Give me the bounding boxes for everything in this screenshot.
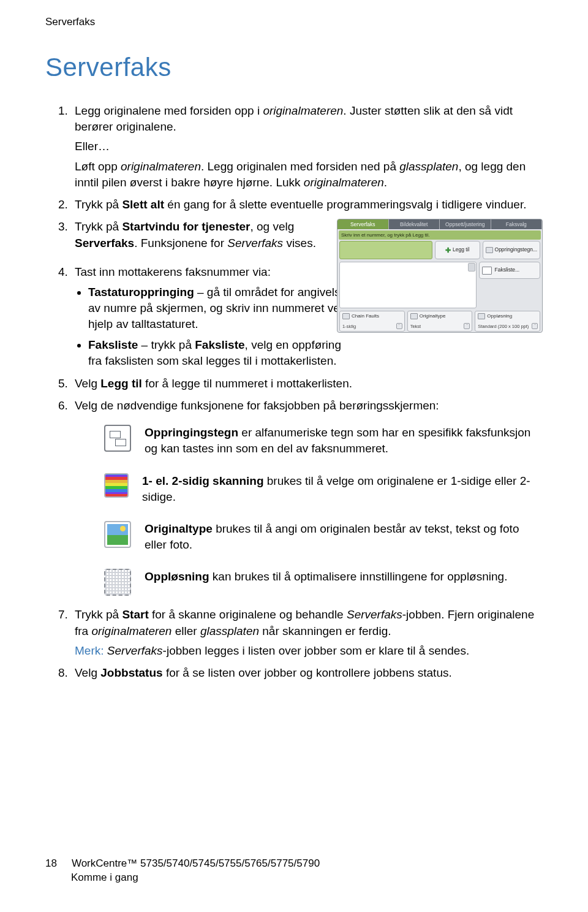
opt-sides[interactable]: Chain Faults 1-sidig ˄ [339, 311, 405, 332]
dialchar-feature-icon [104, 425, 131, 452]
scroll-thumb[interactable] [468, 263, 475, 272]
opt-resolution[interactable]: Oppløsning Standard (200 x 100 ppt) ˄ [475, 311, 540, 332]
step-6: Velg de nødvendige funksjonene for faksj… [71, 398, 543, 596]
faxlist-icon [482, 267, 492, 275]
chevron-up-icon: ˄ [532, 323, 538, 329]
recipient-list[interactable] [339, 262, 477, 308]
feature-block: Oppringingstegn er alfanumeriske tegn so… [104, 425, 543, 596]
step-4: Tast inn mottakerens faksnummer via: Tas… [71, 264, 356, 369]
feature-sidig: 1- el. 2-sidig skanning brukes til å vel… [104, 473, 543, 505]
tab-bildekvalitet[interactable]: Bildekvalitet [389, 219, 440, 229]
origtype-feature-icon [104, 521, 131, 548]
page-title: Serverfaks [45, 53, 543, 82]
faksliste-button[interactable]: Faksliste... [479, 262, 540, 279]
number-input[interactable] [339, 241, 432, 259]
step-7: Trykk på Start for å skanne originalene … [71, 607, 543, 659]
running-header: Serverfaks [45, 16, 543, 28]
opt-originaltype[interactable]: Originaltype Tekst ˄ [407, 311, 473, 332]
page-number: 18 [45, 857, 57, 871]
plus-icon: ✚ [445, 246, 451, 255]
bullet-faksliste: Faksliste – trykk på Faksliste, velg en … [88, 337, 356, 369]
step-8: Velg Jobbstatus for å se listen over job… [71, 665, 543, 681]
page-footer: 18WorkCentre™ 5735/5740/5745/5755/5765/5… [45, 857, 320, 885]
oppringingstegn-button[interactable]: Oppringingstegn... [483, 241, 540, 259]
feature-originaltype: Originaltype brukes til å angi om origin… [104, 521, 543, 553]
origtype-icon [410, 313, 418, 319]
tab-oppsett[interactable]: Oppsett/justering [440, 219, 491, 229]
chevron-up-icon: ˄ [464, 323, 470, 329]
step-5: Velg Legg til for å legge til nummeret i… [71, 376, 543, 392]
resolution-feature-icon [104, 569, 131, 596]
dialchar-icon [486, 247, 493, 253]
step-list: Legg originalene med forsiden opp i orig… [45, 103, 543, 681]
chevron-up-icon: ˄ [396, 323, 402, 329]
feature-oppringingstegn: Oppringingstegn er alfanumeriske tegn so… [104, 425, 543, 457]
sides-feature-icon [104, 473, 129, 498]
sides-icon [342, 313, 350, 319]
leggtil-button[interactable]: ✚Legg til [435, 241, 480, 259]
tab-faksvalg[interactable]: Faksvalg [491, 219, 543, 229]
footer-section: Komme i gang [71, 872, 138, 883]
panel-instruction: Skriv inn et nummer, og trykk på Legg ti… [339, 230, 541, 240]
footer-product: WorkCentre™ 5735/5740/5745/5755/5765/577… [72, 857, 320, 869]
step-1: Legg originalene med forsiden opp i orig… [71, 103, 543, 191]
note-label: Merk: [75, 644, 104, 657]
bullet-tastatur: Tastaturoppringing – gå til området for … [88, 284, 356, 333]
feature-opplosning: Oppløsning kan brukes til å optimalisere… [104, 569, 543, 596]
serverfaks-panel: Serverfaks Bildekvalitet Oppsett/justeri… [337, 219, 543, 333]
step-2: Trykk på Slett alt én gang for å slette … [71, 197, 543, 213]
resolution-icon [478, 313, 485, 319]
panel-tabs: Serverfaks Bildekvalitet Oppsett/justeri… [337, 219, 542, 229]
tab-serverfaks[interactable]: Serverfaks [337, 219, 389, 229]
